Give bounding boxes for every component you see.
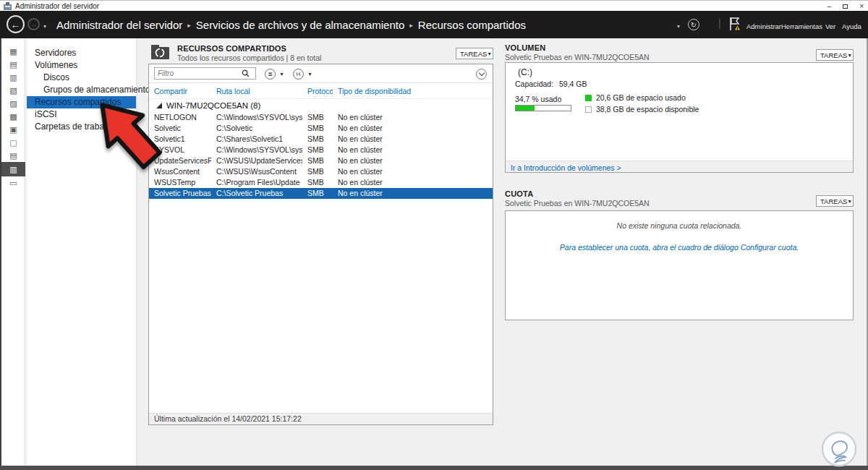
role-building-icon[interactable]: ▨ — [1, 97, 25, 110]
cell-protocol: SMB — [302, 123, 333, 134]
breadcrumb-item[interactable]: Servicios de archivos y de almacenamient… — [196, 19, 404, 31]
menu-administrar[interactable]: Administrar — [746, 22, 781, 30]
cell-path: C:\Shares\Solvetic1 — [211, 134, 302, 145]
close-button[interactable]: × — [859, 2, 864, 10]
saved-filters-caret-icon[interactable]: ▼ — [279, 72, 284, 77]
capacity-label: Capacidad: — [515, 80, 553, 88]
role-server-clock-icon[interactable]: ▤ — [1, 149, 25, 162]
table-row[interactable]: SYSVOLC:\Windows\SYSVOL\sysvolSMBNo en c… — [149, 145, 493, 155]
quota-empty-message: No existe ninguna cuota relacionada. — [506, 221, 853, 230]
used-space-bar — [515, 105, 571, 111]
quota-tasks-label: TAREAS — [820, 197, 847, 205]
table-row[interactable]: Solvetic PruebasC:\Solvetic PruebasSMBNo… — [149, 188, 493, 199]
role-pipes-icon[interactable]: ▩ — [1, 110, 25, 123]
cell-availability: No en clúster — [333, 155, 493, 166]
sidebar-item-discos[interactable]: Discos — [27, 72, 136, 84]
cell-path: C:\Solvetic Pruebas — [211, 188, 302, 199]
collapse-tile-button[interactable] — [476, 69, 487, 80]
menu-ayuda[interactable]: Ayuda — [842, 22, 861, 30]
shares-panel-title: RECURSOS COMPARTIDOS — [177, 44, 286, 53]
forward-icon: → — [30, 21, 37, 28]
cell-path: C:\WSUS\UpdateServicesPackages — [211, 155, 302, 166]
table-row[interactable]: WsusContentC:\WSUS\WsusContentSMBNo en c… — [149, 166, 493, 177]
role-offices-icon[interactable]: ▢ — [1, 136, 25, 149]
grouping-caret-icon[interactable]: ▼ — [307, 72, 312, 77]
cell-path: C:\Windows\SYSVOL\sysvol\solvet... — [211, 112, 302, 123]
table-row[interactable]: WSUSTempC:\Program Files\Update Services… — [149, 177, 493, 188]
local-server-icon[interactable]: ▤ — [1, 58, 25, 71]
shares-tasks-button[interactable]: TAREAS ▼ — [456, 48, 493, 59]
refresh-button[interactable]: ↻ — [688, 19, 699, 30]
legend-row: 38,8 GB de espacio disponible — [585, 105, 699, 114]
used-percent-label: 34,7 % usado — [515, 95, 561, 103]
forward-button[interactable]: → — [27, 18, 40, 30]
minimize-button[interactable]: – — [827, 2, 832, 10]
role-badge-icon[interactable]: ▣ — [1, 123, 25, 136]
grouping-button[interactable]: H — [293, 69, 304, 80]
solvetic-logo — [820, 430, 859, 469]
breadcrumb-separator-icon: ▸ — [409, 22, 413, 29]
role-chart-icon[interactable]: ▧ — [1, 84, 25, 97]
quota-tasks-button[interactable]: TAREAS ▼ — [816, 195, 854, 207]
notifications-flag-button[interactable] — [727, 16, 744, 36]
cell-path: C:\Windows\SYSVOL\sysvol — [211, 145, 302, 155]
notifications-dropdown-icon[interactable]: ▾ — [677, 23, 680, 30]
cell-path: C:\Solvetic — [211, 123, 302, 134]
breadcrumb-item[interactable]: Administrador del servidor — [56, 19, 182, 31]
navigation-bar: ← → ▾ Administrador del servidor▸Servici… — [0, 11, 868, 38]
volume-panel: (C:) Capacidad: 59,4 GB 34,7 % usado 20,… — [505, 62, 854, 173]
role-remote-icon[interactable]: ▭ — [1, 176, 25, 189]
table-row[interactable]: Solvetic1C:\Shares\Solvetic1SMBNo en clú… — [149, 134, 493, 145]
history-dropdown-icon[interactable]: ▾ — [43, 23, 46, 30]
cell-protocol: SMB — [302, 177, 333, 188]
breadcrumb-item[interactable]: Recursos compartidos — [418, 19, 526, 31]
chevron-down-icon — [478, 70, 484, 76]
cell-protocol: SMB — [302, 145, 333, 155]
sidebar-item-volúmenes[interactable]: Volúmenes — [27, 59, 136, 72]
table-row[interactable]: SolveticC:\SolveticSMBNo en clúster — [149, 123, 493, 134]
cell-availability: No en clúster — [333, 177, 493, 188]
volumes-overview-link[interactable]: Ir a Introducción de volúmenes > — [511, 163, 621, 172]
quota-panel-title: CUOTA — [505, 189, 533, 198]
legend-swatch-used — [585, 95, 592, 101]
flag-warning-icon — [727, 16, 744, 33]
menu-ver[interactable]: Ver — [825, 22, 835, 30]
volume-panel-title: VOLUMEN — [505, 43, 545, 52]
cell-path: C:\WSUS\WsusContent — [211, 166, 302, 177]
maximize-button[interactable] — [843, 4, 848, 9]
cell-protocol: SMB — [302, 155, 333, 166]
navbar-divider: | — [718, 17, 721, 29]
column-header[interactable]: Tipo de disponibilidad — [333, 83, 493, 98]
dashboard-icon[interactable]: ▦ — [1, 45, 25, 58]
saved-filters-button[interactable]: ≣ — [265, 69, 276, 80]
tasks-caret-icon: ▼ — [487, 51, 492, 56]
all-servers-icon[interactable]: ▥ — [1, 71, 25, 84]
back-button[interactable]: ← — [7, 15, 25, 33]
filter-input[interactable] — [155, 69, 242, 78]
quota-hint-message: Para establecer una cuota, abra el cuadr… — [506, 243, 853, 252]
space-legend: 20,6 GB de espacio usado38,8 GB de espac… — [585, 93, 699, 114]
legend-swatch-free — [585, 106, 592, 113]
column-header[interactable]: Ruta local — [211, 83, 302, 98]
cell-protocol: SMB — [302, 188, 333, 199]
server-group-row[interactable]: WIN-7MU2QCOE5AN (8) — [149, 99, 493, 112]
sidebar-item-servidores[interactable]: Servidores — [27, 47, 136, 59]
server-group-label: WIN-7MU2QCOE5AN (8) — [166, 101, 260, 110]
shares-table-body: NETLOGONC:\Windows\SYSVOL\sysvol\solvet.… — [149, 112, 493, 199]
table-row[interactable]: NETLOGONC:\Windows\SYSVOL\sysvol\solvet.… — [149, 112, 493, 123]
table-row[interactable]: UpdateServicesPackagesC:\WSUS\UpdateServ… — [149, 155, 493, 166]
filter-field[interactable] — [154, 67, 256, 80]
column-header[interactable]: Compartir — [149, 83, 211, 98]
cell-availability: No en clúster — [333, 123, 493, 134]
cell-path: C:\Program Files\Update Services\... — [211, 177, 302, 188]
file-storage-services-icon[interactable]: ▥▶ — [1, 162, 25, 176]
volume-used-fill — [516, 106, 535, 111]
menu-herramientas[interactable]: Herramientas — [781, 22, 822, 30]
quota-panel-subtitle: Solvetic Pruebas en WIN-7MU2QCOE5AN — [505, 199, 650, 208]
breadcrumb-separator-icon: ▸ — [187, 22, 191, 29]
cell-availability: No en clúster — [333, 145, 493, 155]
roles-icon-strip: ▦▤▥▧▨▩▣▢▤▥▶▭ — [1, 38, 25, 466]
volume-footer: Ir a Introducción de volúmenes > — [506, 161, 853, 172]
volume-tasks-button[interactable]: TAREAS ▼ — [816, 49, 854, 61]
column-header[interactable]: Protocolo — [302, 83, 333, 98]
